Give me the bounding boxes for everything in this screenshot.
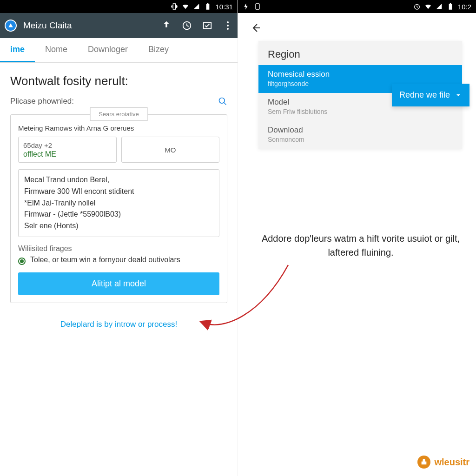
right-device: 10:2 Region Nomesical ession filtgorghso… bbox=[238, 0, 476, 476]
form-card: Sears eroiative Meteing Ramows vith Arna… bbox=[10, 114, 227, 303]
list-item: *ElM Jai-Tranily nollel bbox=[24, 198, 213, 209]
vibrate-icon bbox=[171, 3, 178, 10]
option-subtitle: Sonmoncom bbox=[268, 136, 453, 143]
list-item: Firmware 300 Wll encont stiditent bbox=[24, 186, 213, 198]
sim-icon bbox=[254, 3, 261, 10]
option-label: Tolee, or teum win a fornyour deald outi… bbox=[30, 256, 180, 264]
field-mo[interactable]: MO bbox=[121, 137, 220, 163]
svg-rect-3 bbox=[256, 4, 259, 9]
right-body: Region Nomesical ession filtgorghsonde M… bbox=[238, 13, 476, 476]
field-date[interactable]: 65day +2 offlect ME bbox=[18, 137, 117, 163]
list-item: Firmwar - (Jettle *55900lB03) bbox=[24, 209, 213, 220]
overflow-menu-icon[interactable] bbox=[223, 20, 233, 31]
section-title: Wiliisited firages bbox=[18, 245, 219, 253]
details-list: Mecal Trand undon Berel, Firmware 300 Wl… bbox=[18, 169, 219, 237]
watermark-text: wleusitr bbox=[434, 457, 469, 468]
left-body: Wontwalt fosity nerult: Plicase phownled… bbox=[0, 63, 238, 476]
signal-icon bbox=[436, 3, 443, 10]
dropdown-label: Redne we file bbox=[399, 90, 450, 100]
tab-nome[interactable]: Nome bbox=[35, 38, 78, 62]
caption-text: Addore dop'leurs watm a hift vorite usui… bbox=[257, 231, 465, 259]
list-item: Selr ene (Honts) bbox=[24, 220, 213, 232]
share-icon[interactable] bbox=[161, 20, 172, 31]
card-subtitle: Meteing Ramows vith Arna G orerues bbox=[18, 124, 219, 132]
region-sheet: Region Nomesical ession filtgorghsonde M… bbox=[258, 41, 462, 149]
brand-icon bbox=[5, 20, 17, 32]
option-subtitle: Sem Frlw flisblutions bbox=[268, 108, 453, 115]
search-row: Plicase phownled: bbox=[10, 97, 227, 106]
footer-link[interactable]: Deleplard is by introw or process! bbox=[10, 311, 227, 339]
battery-icon bbox=[447, 3, 454, 10]
left-device: 10:31 Meizu Claita bbox=[0, 0, 238, 476]
tab-downloger[interactable]: Downloger bbox=[78, 38, 138, 62]
clock-text: 10:2 bbox=[458, 3, 471, 11]
tab-ime[interactable]: ime bbox=[0, 38, 35, 62]
search-icon[interactable] bbox=[218, 97, 227, 106]
history-icon[interactable] bbox=[182, 20, 192, 31]
field-mo-label: MO bbox=[165, 146, 176, 154]
alarm-icon bbox=[413, 3, 421, 10]
wifi-icon bbox=[182, 3, 189, 10]
search-label: Plicase phownled: bbox=[10, 97, 74, 106]
inbox-icon[interactable] bbox=[202, 20, 212, 31]
status-bar: 10:31 bbox=[0, 0, 238, 13]
clock-text: 10:31 bbox=[215, 3, 233, 11]
sheet-option[interactable]: Download Sonmoncom bbox=[258, 121, 462, 149]
list-item: Mecal Trand undon Berel, bbox=[24, 174, 213, 186]
primary-button[interactable]: Alitipt al model bbox=[18, 272, 219, 295]
app-title: Meizu Claita bbox=[23, 20, 155, 31]
watermark-icon bbox=[417, 456, 430, 469]
option-title: Nomesical ession bbox=[268, 70, 453, 79]
field-date-top: 65day +2 bbox=[23, 141, 112, 149]
headline: Wontwalt fosity nerult: bbox=[10, 74, 227, 88]
back-button[interactable] bbox=[249, 21, 262, 34]
site-watermark: wleusitr bbox=[417, 456, 469, 469]
status-bar: 10:2 bbox=[238, 0, 476, 13]
option-row[interactable]: Tolee, or teum win a fornyour deald outi… bbox=[18, 256, 219, 265]
radio-checked-icon bbox=[18, 258, 26, 265]
sheet-title: Region bbox=[258, 41, 462, 65]
bolt-icon bbox=[243, 3, 250, 10]
signal-icon bbox=[193, 3, 200, 10]
battery-icon bbox=[204, 3, 212, 10]
svg-point-2 bbox=[219, 98, 225, 104]
dropdown-button[interactable]: Redne we file bbox=[392, 84, 469, 106]
pill-tab[interactable]: Sears eroiative bbox=[90, 107, 148, 121]
chevron-down-icon bbox=[455, 92, 462, 99]
field-date-bot: offlect ME bbox=[23, 150, 112, 159]
tab-bizey[interactable]: Bizey bbox=[138, 38, 179, 62]
tab-strip: ime Nome Downloger Bizey bbox=[0, 38, 238, 63]
option-title: Download bbox=[268, 126, 453, 135]
wifi-icon bbox=[424, 3, 432, 10]
app-bar: Meizu Claita bbox=[0, 13, 238, 38]
